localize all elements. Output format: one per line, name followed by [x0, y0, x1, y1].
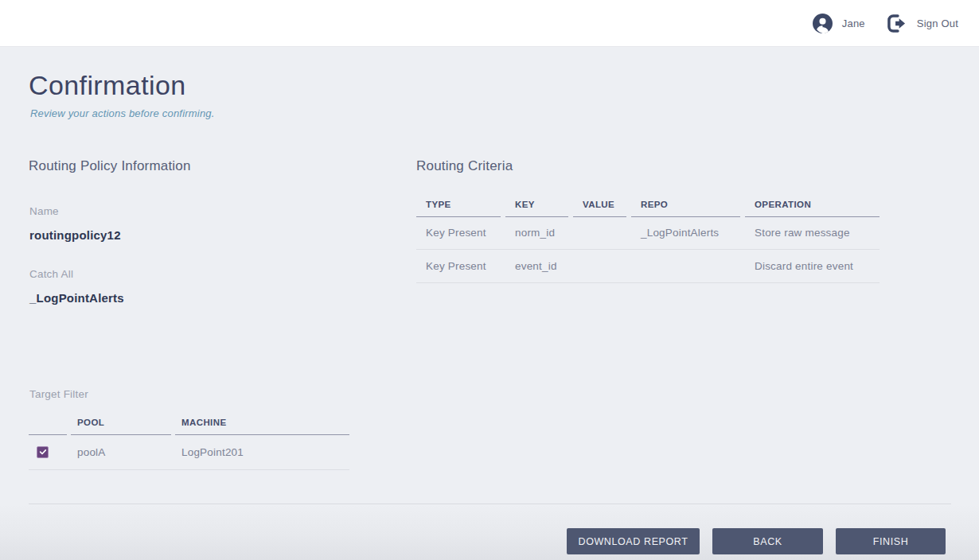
column-header-value: VALUE [573, 194, 626, 217]
sign-out-icon [887, 14, 906, 33]
user-menu[interactable]: Jane [813, 14, 865, 33]
back-button[interactable]: BACK [712, 528, 823, 554]
cell-repo: _LogPointAlerts [631, 227, 740, 239]
sign-out-button[interactable]: Sign Out [887, 14, 958, 33]
page-title: Confirmation [29, 70, 186, 101]
catch-all-label: Catch All [29, 268, 73, 280]
target-filter-header-row: POOL MACHINE [29, 412, 349, 435]
cell-type: Key Present [416, 227, 501, 239]
page-subtitle: Review your actions before confirming. [30, 107, 215, 119]
name-label: Name [29, 205, 59, 217]
cell-operation: Store raw message [745, 227, 880, 239]
sign-out-label: Sign Out [917, 18, 958, 29]
column-header-machine: MACHINE [175, 412, 349, 435]
footer-divider [29, 504, 951, 504]
table-row: Key Present event_id Discard entire even… [416, 250, 880, 283]
topbar: Jane Sign Out [0, 0, 979, 47]
checkmark-icon [39, 448, 47, 456]
confirmation-page: Jane Sign Out Confirmation Review your a… [0, 0, 979, 560]
column-header-key: KEY [505, 194, 568, 217]
cell-type: Key Present [416, 260, 501, 272]
download-report-button[interactable]: DOWNLOAD REPORT [567, 528, 700, 554]
cell-key: norm_id [505, 227, 568, 239]
table-row: Key Present norm_id _LogPointAlerts Stor… [416, 216, 880, 250]
cell-machine: LogPoint201 [175, 446, 349, 458]
routing-criteria-header-row: TYPE KEY VALUE REPO OPERATION [416, 194, 880, 217]
column-header-pool: POOL [71, 412, 171, 435]
column-header-operation: OPERATION [745, 194, 880, 217]
column-header-checkbox [29, 412, 67, 435]
target-filter-heading: Target Filter [29, 388, 88, 400]
cell-key: event_id [505, 260, 568, 272]
table-row: poolA LogPoint201 [29, 434, 349, 470]
checkbox-cell [29, 446, 67, 458]
routing-criteria-heading: Routing Criteria [416, 158, 513, 174]
user-avatar-icon [813, 14, 833, 33]
cell-operation: Discard entire event [745, 260, 880, 272]
row-checkbox[interactable] [37, 446, 49, 458]
column-header-repo: REPO [631, 194, 740, 217]
column-header-type: TYPE [416, 194, 501, 217]
finish-button[interactable]: FINISH [836, 528, 946, 554]
user-name-label: Jane [842, 18, 865, 29]
catch-all-value: _LogPointAlerts [29, 291, 124, 305]
footer-actions: DOWNLOAD REPORT BACK FINISH [567, 528, 946, 554]
policy-info-heading: Routing Policy Information [29, 158, 191, 174]
name-value: routingpolicy12 [29, 228, 121, 242]
cell-pool: poolA [71, 446, 171, 458]
